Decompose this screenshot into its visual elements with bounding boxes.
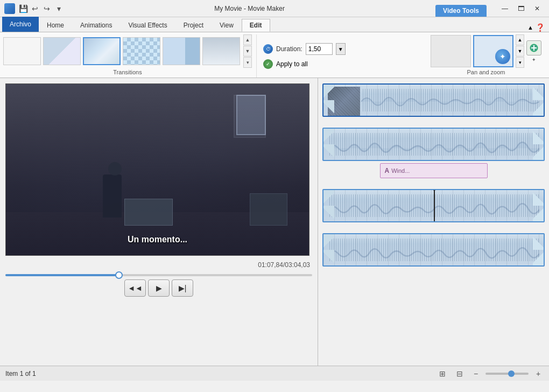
ribbon-wrapper: Archivo Home Animations Visual Effects P… <box>0 17 549 78</box>
quick-access-toolbar: 💾 ↩ ↪ ▾ <box>18 4 64 13</box>
dropdown-button[interactable]: ▾ <box>54 4 64 13</box>
clip-right-arrow-1 <box>533 85 544 116</box>
pan-zoom-scroll-down[interactable]: ▼ <box>516 46 524 57</box>
status-text: Item 1 of 1 <box>5 370 36 377</box>
clip-waveform-2 <box>328 133 539 156</box>
close-button[interactable]: ✕ <box>530 3 545 14</box>
text-overlay-label[interactable]: A Wind... <box>380 163 488 178</box>
status-bar: Item 1 of 1 ⊞ ⊟ − + <box>0 366 549 381</box>
zoom-out-button[interactable]: − <box>470 368 481 379</box>
tab-archivo[interactable]: Archivo <box>2 17 39 32</box>
pan-zoom-label: Pan and zoom <box>467 68 505 78</box>
clip-right-arrow-2 <box>533 129 544 160</box>
subtitle-text: Un momento... <box>128 235 187 244</box>
transition-cross-fade[interactable] <box>43 37 81 65</box>
transitions-label: Transitions <box>3 68 252 78</box>
apply-to-all-row[interactable]: ✓ Apply to all <box>263 59 346 69</box>
pan-zoom-content: ✦ ▲ ▼ ▾ ✦ <box>431 34 541 68</box>
duration-icon: ⏱ <box>263 44 273 54</box>
pan-zoom-thumb-selected[interactable]: ✦ <box>473 35 513 67</box>
clip-strip-2[interactable] <box>322 128 545 161</box>
undo-button[interactable]: ↩ <box>30 4 40 13</box>
pan-zoom-icon: ✦ <box>495 49 510 64</box>
ribbon-collapse-button[interactable]: ▲ <box>527 24 533 31</box>
clip-strip-1[interactable] <box>322 83 545 117</box>
gallery-expand[interactable]: ▾ <box>243 57 252 68</box>
redo-button[interactable]: ↪ <box>42 4 52 13</box>
timeline-scroll-area[interactable]: A Wind... <box>318 78 549 366</box>
tab-visual-effects[interactable]: Visual Effects <box>120 19 175 32</box>
rewind-button[interactable]: ◄◄ <box>124 279 146 297</box>
video-tools-tab[interactable]: Video Tools <box>435 5 487 17</box>
tab-animations[interactable]: Animations <box>72 19 120 32</box>
tabs-bar: Archivo Home Animations Visual Effects P… <box>0 17 549 32</box>
status-icon-1[interactable]: ⊞ <box>436 368 449 379</box>
transition-diagonal[interactable] <box>83 37 121 65</box>
transition-fade[interactable] <box>202 37 240 65</box>
clip-left-arrow-1 <box>323 85 334 116</box>
window-controls: — 🗖 ✕ <box>497 3 545 14</box>
title-bar: 💾 ↩ ↪ ▾ My Movie - Movie Maker Video Too… <box>0 0 549 17</box>
duration-row: ⏱ Duration: ▼ <box>263 43 346 55</box>
help-button[interactable]: ❓ <box>536 23 545 32</box>
pan-zoom-expand[interactable]: ▾ <box>516 57 524 68</box>
clip-left-arrow-4 <box>323 234 334 265</box>
maximize-button[interactable]: 🗖 <box>513 3 529 14</box>
apply-icon: ✓ <box>263 59 273 69</box>
clip-strip-4[interactable] <box>322 233 545 267</box>
pan-zoom-section: ✦ ▲ ▼ ▾ ✦ Pan and zoom <box>426 34 546 78</box>
rewind-icon: ◄◄ <box>128 284 143 292</box>
zoom-in-button[interactable]: + <box>533 368 544 379</box>
duration-input[interactable] <box>306 43 333 55</box>
transition-none[interactable] <box>3 37 41 65</box>
tab-home[interactable]: Home <box>39 19 72 32</box>
clip-right-arrow-3 <box>533 190 544 221</box>
pan-zoom-thumb-1[interactable] <box>431 35 471 67</box>
clip-left-arrow-3 <box>323 190 334 221</box>
clip-track-4 <box>322 233 545 267</box>
progress-thumb[interactable] <box>115 271 123 279</box>
zoom-track[interactable] <box>485 373 529 375</box>
crib <box>124 199 173 226</box>
pan-zoom-scroll: ▲ ▼ ▾ <box>516 34 524 68</box>
clip-right-arrow-4 <box>533 234 544 265</box>
tab-project[interactable]: Project <box>175 19 212 32</box>
text-overlay-text: Wind... <box>391 167 410 174</box>
transition-arrow-left[interactable] <box>163 37 200 65</box>
status-icon-2[interactable]: ⊟ <box>453 368 466 379</box>
apply-to-all-label: Apply to all <box>276 60 308 68</box>
clip-track-2: A Wind... <box>322 128 545 178</box>
forward-button[interactable]: ▶| <box>172 279 193 297</box>
clip-strip-3[interactable] <box>322 189 545 222</box>
status-right: ⊞ ⊟ − + <box>436 368 544 379</box>
clip-track-1 <box>322 83 545 117</box>
gallery-scroll-down[interactable]: ▼ <box>243 46 252 57</box>
duration-label: Duration: <box>276 45 302 53</box>
pan-zoom-extra-1[interactable] <box>526 40 541 55</box>
playhead-line <box>434 189 435 222</box>
progress-track[interactable] <box>5 274 312 276</box>
timecode-display: 01:07,84/03:04,03 <box>5 260 312 270</box>
pan-zoom-scroll-up[interactable]: ▲ <box>516 34 524 45</box>
video-frame[interactable]: Un momento... <box>5 83 309 256</box>
clip-track-3 <box>322 189 545 222</box>
window <box>236 95 266 135</box>
text-overlay-icon: A <box>385 167 390 174</box>
playhead-handle <box>432 189 437 192</box>
transition-checker[interactable] <box>123 37 160 65</box>
duration-dropdown[interactable]: ▼ <box>336 43 346 55</box>
tab-view[interactable]: View <box>212 19 242 32</box>
progress-fill <box>5 274 119 276</box>
gallery-scroll-up[interactable]: ▲ <box>243 34 252 45</box>
clip-left-arrow-2 <box>323 129 334 160</box>
video-content: Un momento... <box>6 84 309 255</box>
minimize-button[interactable]: — <box>497 3 512 14</box>
figure-head <box>108 162 122 176</box>
playback-controls: ◄◄ ▶ ▶| <box>5 279 312 297</box>
zoom-thumb[interactable] <box>508 370 515 377</box>
play-button[interactable]: ▶ <box>148 279 170 297</box>
pan-zoom-btn-label: ✦ <box>526 57 541 62</box>
tab-edit[interactable]: Edit <box>242 19 270 32</box>
playback-bar: ◄◄ ▶ ▶| <box>5 274 312 297</box>
save-button[interactable]: 💾 <box>18 4 28 13</box>
